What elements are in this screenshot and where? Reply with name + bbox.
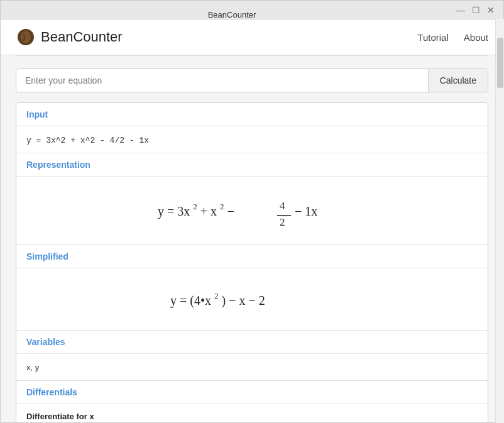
simplified-formula-svg: y = (4•x 2 ) − x − 2: [158, 283, 346, 315]
svg-text:y = (4•x
                    2: y = (4•x 2 ) − x − 2: [170, 287, 265, 308]
svg-text:− 1x: − 1x: [295, 204, 317, 218]
window-title: BeanCounter: [208, 10, 256, 19]
variables-value: x, y: [26, 363, 39, 372]
representation-section: Representation y = 3x 2 + x: [16, 153, 488, 245]
representation-formula-svg: y = 3x 2 + x 2 − 4: [151, 192, 353, 229]
logo-area: BeanCounter: [16, 27, 123, 47]
title-bar: BeanCounter — ☐ ✕: [1, 1, 503, 19]
differentials-section-body: Differentiate for x y = (8•x) − 1 Differ…: [16, 404, 488, 422]
input-value: y = 3x^2 + x^2 - 4/2 - 1x: [26, 136, 149, 145]
close-button[interactable]: ✕: [486, 5, 496, 15]
variables-section-body: x, y: [16, 354, 488, 380]
input-section-header: Input: [16, 103, 488, 126]
simplified-section: Simplified y = (4•x 2 ) − x − 2: [16, 245, 488, 331]
content-area: Calculate Input y = 3x^2 + x^2 - 4/2 - 1…: [1, 56, 503, 422]
calculate-button[interactable]: Calculate: [428, 69, 488, 92]
representation-math: y = 3x 2 + x 2 − 4: [26, 184, 478, 237]
variables-section: Variables x, y: [16, 331, 488, 381]
differentials-section-header: Differentials: [16, 381, 488, 404]
input-section-body: y = 3x^2 + x^2 - 4/2 - 1x: [16, 126, 488, 153]
svg-point-1: [21, 31, 31, 43]
simplified-section-body: y = (4•x 2 ) − x − 2: [16, 268, 488, 330]
scrollbar[interactable]: [495, 56, 503, 422]
input-section: Input y = 3x^2 + x^2 - 4/2 - 1x: [16, 103, 488, 153]
svg-text:2: 2: [280, 216, 285, 228]
svg-text:4: 4: [280, 200, 285, 212]
simplified-math: y = (4•x 2 ) − x − 2: [26, 276, 478, 322]
scrollbar-thumb[interactable]: [497, 56, 503, 88]
app-header: BeanCounter Tutorial About: [1, 19, 503, 55]
variables-section-header: Variables: [16, 331, 488, 354]
differentials-section: Differentials Differentiate for x y = (8…: [16, 381, 488, 422]
tutorial-link[interactable]: Tutorial: [417, 32, 448, 43]
logo-icon: [16, 27, 36, 47]
equation-input[interactable]: [16, 69, 428, 92]
diff-x-label: Differentiate for x: [26, 412, 478, 421]
equation-input-container: Calculate: [16, 69, 488, 92]
simplified-section-header: Simplified: [16, 245, 488, 268]
minimize-button[interactable]: —: [456, 5, 466, 15]
maximize-button[interactable]: ☐: [471, 5, 481, 15]
results-table: Input y = 3x^2 + x^2 - 4/2 - 1x Represen…: [16, 102, 488, 422]
representation-section-body: y = 3x 2 + x 2 − 4: [16, 177, 488, 244]
svg-text:y = 3x
                    2
 : y = 3x 2 + x 2 −: [158, 198, 234, 219]
app-name: BeanCounter: [41, 29, 123, 45]
about-link[interactable]: About: [464, 32, 488, 43]
nav-links: Tutorial About: [417, 32, 488, 43]
representation-section-header: Representation: [16, 153, 488, 177]
